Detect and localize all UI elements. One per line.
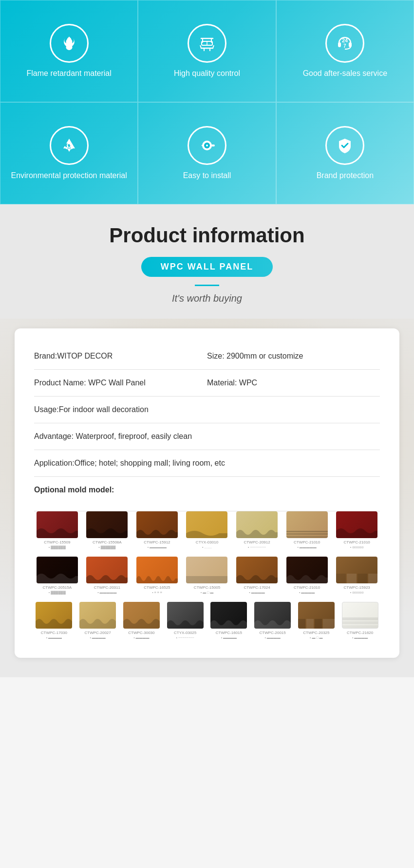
mold-grid-row3: CTWPC-17030 • ▬▬▬▬ CTWPC-20027 • ▬▬▬▬ xyxy=(34,602,380,639)
recycle-icon xyxy=(50,126,89,165)
svg-rect-26 xyxy=(342,617,378,620)
service-label: Good after-sales service xyxy=(303,69,387,79)
mold-item-20515a: CTWPC-20515A • ▓▓▓▓▓▓ xyxy=(34,557,80,594)
svg-rect-24 xyxy=(315,619,322,629)
mold-item-ctyx03025: CTYX-03025 • ~~~~~~~~ xyxy=(165,602,205,639)
svg-rect-28 xyxy=(342,625,378,628)
hero-cell-service: 24 7 Good after-sales service xyxy=(276,0,414,102)
mold-title: Optional mold model: xyxy=(34,486,114,494)
svg-rect-14 xyxy=(286,531,328,532)
hero-grid: Flame retardant material High quality co… xyxy=(0,0,414,204)
info-row-application: Application:Office; hotel; shopping mall… xyxy=(34,450,380,477)
svg-text:24: 24 xyxy=(342,37,348,43)
product-info-header: Product information WPC WALL PANEL It's … xyxy=(0,204,414,319)
eco-label: Environmental protection material xyxy=(11,171,127,181)
mold-item-17024: CTWPC-17024 • ▬▬▬▬ xyxy=(234,557,280,594)
flame-label: Flame retardant material xyxy=(27,69,112,79)
mold-item-20912: CTWPC-20912 • ~~~~~~~~ xyxy=(234,511,280,549)
mold-item-15508a: CTWPC-15508A • ▓▓▓▓▓▓ xyxy=(84,511,131,549)
hero-cell-eco: Environmental protection material xyxy=(0,102,138,204)
teal-divider xyxy=(195,285,219,286)
mold-item-21010b: CTWPC-21010 • oooooo xyxy=(334,511,380,549)
svg-rect-15 xyxy=(286,533,328,535)
brand-value: Brand:WITOP DECOR xyxy=(34,352,207,361)
svg-rect-21 xyxy=(368,574,377,583)
svg-text:7: 7 xyxy=(343,43,346,49)
mold-item-21010a: CTWPC-21010 • ▬▬▬▬▬ xyxy=(284,511,330,549)
svg-rect-19 xyxy=(347,574,357,583)
svg-rect-27 xyxy=(342,621,378,624)
hero-cell-quality: High quality control xyxy=(138,0,276,102)
caliper-icon xyxy=(188,24,226,63)
hero-section: Flame retardant material High quality co… xyxy=(0,0,414,204)
mold-item-21620: CTWPC-21620 • ▬▬▬▬ xyxy=(340,602,380,639)
mold-item-20311: CTWPC-20311 • ▬▬▬▬▬ xyxy=(84,557,131,594)
hero-cell-install: Easy to install xyxy=(138,102,276,204)
svg-rect-25 xyxy=(323,619,335,629)
info-row-usage: Usage:For indoor wall decoration xyxy=(34,397,380,423)
info-row-mold-title: Optional mold model: xyxy=(34,477,380,511)
mold-item-20325: CTWPC-20325 • ▬ □ ▬ xyxy=(297,602,337,639)
material-value: Material: WPC xyxy=(207,379,380,387)
install-label: Easy to install xyxy=(183,171,231,181)
advantage-value: Advantage: Waterproof, fireproof, easily… xyxy=(34,432,380,441)
hero-cell-brand: Brand protection xyxy=(276,102,414,204)
headset-icon: 24 7 xyxy=(325,24,364,63)
mold-item-15923: CTWPC-15923 • oooooo xyxy=(334,557,380,594)
mold-item-16015: CTWPC-16015 • ▬▬▬▬ xyxy=(209,602,249,639)
info-row-product: Product Name: WPC Wall Panel Material: W… xyxy=(34,370,380,397)
hero-cell-flame: Flame retardant material xyxy=(0,0,138,102)
mold-item-15509: CTWPC-15509 • ▓▓▓▓▓▓ xyxy=(34,511,80,549)
mold-item-20015: CTWPC-20015 • ▬▬▬▬ xyxy=(253,602,293,639)
mold-grid-row1: CTWPC-15509 • ▓▓▓▓▓▓ CTWPC-15508A • ▓▓▓▓… xyxy=(34,511,380,549)
wpc-badge: WPC WALL PANEL xyxy=(141,257,273,277)
shield-icon xyxy=(325,126,364,165)
mold-item-16525: CTWPC-16525 • ≡ ≡ ≡ xyxy=(134,557,180,594)
svg-rect-5 xyxy=(338,42,341,47)
usage-value: Usage:For indoor wall decoration xyxy=(34,405,380,414)
mold-item-17030: CTWPC-17030 • ▬▬▬▬ xyxy=(34,602,74,639)
svg-rect-18 xyxy=(336,574,346,583)
info-row-advantage: Advantage: Waterproof, fireproof, easily… xyxy=(34,423,380,450)
svg-rect-13 xyxy=(210,145,215,146)
svg-rect-22 xyxy=(298,619,305,629)
mold-item-20027: CTWPC-20027 • ▬▬▬▬ xyxy=(78,602,118,639)
quality-label: High quality control xyxy=(174,69,240,79)
flame-icon xyxy=(50,24,89,63)
product-name-value: Product Name: WPC Wall Panel xyxy=(34,379,207,387)
product-section: Product information WPC WALL PANEL It's … xyxy=(0,204,414,677)
svg-rect-23 xyxy=(306,619,314,629)
svg-rect-20 xyxy=(358,574,367,583)
mold-item-21010c: CTWPC-21010 • ▬▬▬▬ xyxy=(284,557,330,594)
mold-grid-row2: CTWPC-20515A • ▓▓▓▓▓▓ CTWPC-20311 • ▬▬▬▬… xyxy=(34,557,380,594)
brand-label: Brand protection xyxy=(317,171,374,181)
size-value: Size: 2900mm or customize xyxy=(207,352,380,361)
product-info-title: Product information xyxy=(10,224,404,247)
mold-item-ctyx03010: CTYX-03010 • ........ xyxy=(184,511,230,549)
drill-icon xyxy=(188,126,226,165)
application-value: Application:Office; hotel; shopping mall… xyxy=(34,459,380,468)
svg-rect-17 xyxy=(186,576,227,583)
mold-item-15005: CTWPC-15005 • ▬ □ ▬ xyxy=(184,557,230,594)
product-subtitle: It's worth buying xyxy=(10,293,404,304)
product-details-card: Brand:WITOP DECOR Size: 2900mm or custom… xyxy=(15,328,399,658)
svg-rect-16 xyxy=(286,536,328,538)
svg-point-12 xyxy=(206,145,208,146)
mold-item-30030: CTWPC-30030 • ▬▬▬▬ xyxy=(122,602,162,639)
info-row-brand: Brand:WITOP DECOR Size: 2900mm or custom… xyxy=(34,343,380,370)
mold-item-15912: CTWPC-15912 • ▬▬▬▬▬ xyxy=(134,511,180,549)
